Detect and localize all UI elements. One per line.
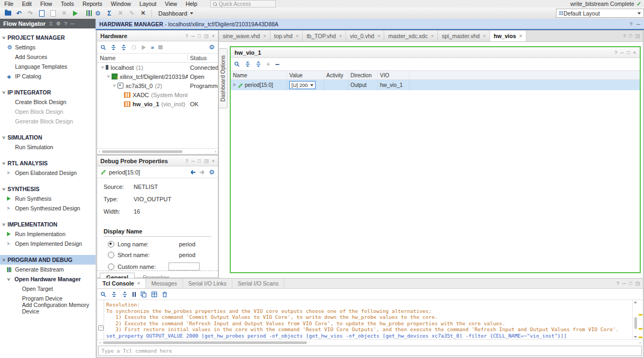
section-header-implementation[interactable]: >IMPLEMENTATION — [0, 220, 96, 229]
float-icon[interactable]: ◳ — [635, 33, 640, 39]
menu-item-view[interactable]: View — [160, 1, 181, 7]
report-button[interactable]: Σ — [104, 9, 114, 18]
help-icon[interactable]: ? — [185, 158, 188, 164]
fast-forward-icon[interactable]: » — [151, 44, 154, 50]
maximize-icon[interactable]: □ — [198, 158, 201, 164]
section-header-synthesis[interactable]: >SYNTHESIS — [0, 184, 96, 194]
tab-hw-vios[interactable]: hw_vios× — [490, 31, 526, 41]
add-probe-button[interactable]: + — [266, 60, 270, 68]
menu-item-tools[interactable]: Tools — [56, 1, 78, 7]
radio-short-name[interactable] — [108, 252, 114, 258]
gear-icon[interactable]: ⚙ — [56, 21, 61, 26]
scrollbar-thumb[interactable] — [103, 341, 307, 344]
chevron-down-icon[interactable]: > — [112, 84, 116, 87]
maximize-icon[interactable]: □ — [627, 50, 630, 55]
trash-icon[interactable] — [162, 291, 167, 297]
sidebar-item-add-sources[interactable]: Add Sources — [0, 52, 96, 62]
program-device-button[interactable] — [82, 9, 92, 18]
maximize-icon[interactable]: □ — [629, 33, 632, 39]
collapse-all-icon[interactable]: Ξ — [49, 21, 53, 26]
sidebar-item-add-config-memory-device[interactable]: Add Configuration Memory Device — [0, 303, 96, 313]
radio-custom-name[interactable] — [108, 264, 114, 270]
search-icon[interactable] — [100, 291, 106, 297]
tab-top-vhd[interactable]: top.vhd× — [270, 31, 303, 41]
sidebar-item-open-block-design[interactable]: Open Block Design — [0, 107, 96, 116]
radio-long-name[interactable] — [108, 241, 114, 247]
table-row-localhost[interactable]: >localhost(1) Connected — [97, 63, 218, 72]
redo-button[interactable]: ↷ — [25, 9, 35, 18]
vertical-scrollbar[interactable] — [632, 300, 638, 339]
section-header-rtl-analysis[interactable]: >RTL ANALYSIS — [0, 158, 96, 168]
scroll-right-arrow[interactable]: › — [639, 340, 641, 345]
maximize-icon[interactable]: □ — [198, 33, 201, 39]
sidebar-item-generate-block-design[interactable]: Generate Block Design — [0, 116, 96, 126]
sidebar-item-create-block-design[interactable]: Create Block Design — [0, 97, 96, 107]
maximize-icon[interactable]: □ — [629, 281, 632, 286]
minimize-icon[interactable]: ─ — [71, 21, 74, 26]
close-icon[interactable]: × — [519, 33, 522, 39]
menu-item-help[interactable]: Help — [181, 1, 202, 7]
menu-item-reports[interactable]: Reports — [78, 1, 107, 7]
settings-button[interactable]: ⚙ — [93, 9, 103, 18]
help-icon[interactable]: ? — [614, 50, 617, 55]
menu-item-window[interactable]: Window — [106, 1, 135, 7]
delete-button[interactable]: ✕ — [59, 9, 69, 18]
tab-master-xdc-xdc[interactable]: master_xdc.xdc× — [384, 31, 438, 41]
dashboard-options-tab[interactable]: Dashboard Options — [219, 48, 228, 108]
sidebar-item-open-implemented-design[interactable]: >Open Implemented Design — [0, 239, 96, 249]
section-header-ip-integrator[interactable]: >IP INTEGRATOR — [0, 87, 96, 97]
disconnect-button[interactable]: ✕ — [138, 9, 148, 18]
run-icon[interactable] — [141, 45, 147, 50]
float-icon[interactable]: ◳ — [635, 281, 640, 286]
minimize-icon[interactable]: ─ — [620, 50, 624, 55]
sidebar-item-run-implementation[interactable]: Run Implementation — [0, 229, 96, 239]
sidebar-item-open-elaborated-design[interactable]: >Open Elaborated Design — [0, 168, 96, 178]
expand-all-icon[interactable] — [255, 61, 261, 67]
float-icon[interactable]: ◳ — [204, 158, 209, 164]
sidebar-item-open-synthesized-design[interactable]: >Open Synthesized Design — [0, 203, 96, 213]
quick-access-search[interactable]: Quick Access — [210, 0, 276, 8]
run-button[interactable] — [70, 9, 80, 18]
vio-table-row-period[interactable]: >period[15:0] [U] 200 Output hw_vio_1 — [231, 80, 640, 90]
tab-tb-top-vhd[interactable]: tb_TOP.vhd× — [303, 31, 346, 41]
scrollbar-thumb[interactable] — [634, 317, 637, 329]
tab-spi-master-vhd[interactable]: spi_master.vhd× — [438, 31, 490, 41]
tab-vio-0-vhd[interactable]: vio_0.vhd× — [346, 31, 384, 41]
sidebar-item-generate-bitstream[interactable]: Generate Bitstream — [0, 265, 96, 274]
copy-button[interactable] — [36, 9, 47, 18]
scroll-right-arrow[interactable]: › — [215, 149, 216, 154]
close-icon[interactable]: × — [137, 281, 140, 286]
help-icon[interactable]: ? — [185, 33, 188, 39]
stop-icon[interactable] — [158, 45, 163, 49]
expand-all-icon[interactable] — [122, 291, 128, 297]
scrollbar-thumb[interactable] — [102, 150, 182, 153]
float-icon[interactable]: ◳ — [204, 33, 209, 39]
option-long-name[interactable]: Long name: period — [104, 241, 211, 247]
refresh-icon[interactable] — [131, 45, 137, 50]
minimize-icon[interactable]: ─ — [636, 21, 640, 27]
close-icon[interactable]: × — [483, 33, 486, 39]
menu-item-flow[interactable]: Flow — [36, 1, 56, 7]
table-row-board[interactable]: >xilinx_tcf/Digilent/210319A43D88A Open — [97, 72, 218, 81]
menu-item-edit[interactable]: Edit — [18, 1, 36, 7]
search-icon[interactable] — [234, 61, 240, 67]
gear-icon[interactable]: ⚙ — [209, 43, 215, 51]
stop-button[interactable]: ✕ — [115, 9, 126, 18]
tab-messages[interactable]: Messages — [146, 279, 183, 288]
section-header-program-and-debug[interactable]: >PROGRAM AND DEBUG — [0, 255, 96, 265]
option-short-name[interactable]: Short name: period — [104, 252, 211, 258]
close-icon[interactable]: × — [339, 33, 342, 39]
table-row-device[interactable]: >xc7a35t_0(2) Programmed — [97, 81, 218, 90]
undo-button[interactable]: ↶ — [14, 9, 24, 18]
gear-icon[interactable]: ⚙ — [209, 169, 215, 176]
value-combo[interactable]: [U] 200 — [289, 81, 316, 89]
scroll-down-arrow[interactable] — [634, 336, 637, 338]
pause-icon[interactable] — [133, 292, 134, 297]
help-icon[interactable]: ? — [630, 21, 632, 27]
tab-tcl-console[interactable]: Tcl Console× — [97, 279, 146, 288]
collapse-all-icon[interactable] — [245, 61, 251, 67]
help-icon[interactable]: ? — [64, 21, 67, 26]
section-header-project-manager[interactable]: >PROJECT MANAGER — [0, 33, 96, 42]
menu-item-layout[interactable]: Layout — [135, 1, 161, 7]
close-icon[interactable]: × — [296, 33, 298, 39]
